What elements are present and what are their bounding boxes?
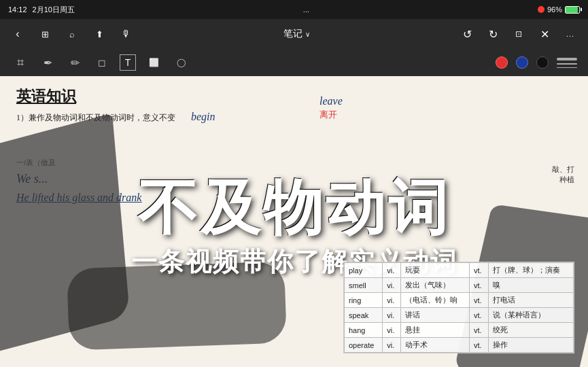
begin-word: begin [191,111,215,122]
nav-right: ↺ ↻ ⊡ ✕ ... [457,24,580,43]
lasso-tool[interactable]: ⌗ [11,53,30,72]
undo-button[interactable]: ↺ [457,24,477,43]
close-button[interactable]: ✕ [535,24,554,43]
vocab-table-content: play vi. 玩耍 vt. 打（牌、球）；演奏 smell vi. 发出（气… [344,262,574,353]
table-row: operate vi. 动手术 vt. 操作 [345,338,574,353]
leave-word: leave [319,95,343,107]
search-button[interactable]: ⌕ [63,24,82,43]
line-thin[interactable] [557,67,577,68]
color-red[interactable] [496,56,508,69]
share-button[interactable]: ⬆ [90,24,109,43]
line-thick[interactable] [557,58,577,60]
color-black[interactable] [536,56,549,69]
line-tools [557,53,577,72]
table-cell: 玩耍 [401,263,470,278]
screen: 14:12 2月10日周五 ... 96% ‹ ⊞ ⌕ ⬆ 🎙 笔记 ∨ ↺ [0,0,588,367]
dropdown-chevron[interactable]: ∨ [305,31,310,38]
battery-fill [566,7,578,13]
back-button[interactable]: ‹ [8,24,27,43]
table-cell: vt. [469,323,488,338]
table-cell: vt. [469,338,488,353]
table-cell: 操作 [488,338,573,353]
table-cell: vi. [383,293,401,308]
date-display: 2月10日周五 [33,5,75,15]
nav-bar: ‹ ⊞ ⌕ ⬆ 🎙 笔记 ∨ ↺ ↻ ⊡ ✕ ... [0,19,588,49]
extra-word1: 敲、打 [552,164,574,175]
table-cell: vi. [383,263,401,278]
big-main-title: 不及物动词 [0,178,588,238]
extra-vocab: 敲、打 种植 [552,164,574,185]
note-title: 笔记 [283,28,302,40]
line-medium[interactable] [557,63,577,65]
table-row: ring vi. （电话、铃）响 vt. 打电话 [345,293,574,308]
note-rule1: 1）兼作及物动词和不及物动词时，意义不变 begin [16,111,572,124]
table-cell: vt. [469,293,488,308]
table-cell: ring [345,293,383,308]
more-button[interactable]: ... [561,24,580,43]
table-cell: 动手术 [401,338,470,353]
extra-word2: 种植 [552,175,574,185]
table-cell: 发出（气味） [401,278,470,293]
shape-tool[interactable]: ◯ [171,53,190,72]
mic-button[interactable]: 🎙 [117,24,136,43]
table-row: play vi. 玩耍 vt. 打（牌、球）；演奏 [345,263,574,278]
leave-section: leave 离开 [319,95,343,121]
table-cell: 绞死 [488,323,573,338]
table-row: smell vi. 发出（气味） vt. 嗅 [345,278,574,293]
status-right: 96% [538,5,580,14]
vocab-table: play vi. 玩耍 vt. 打（牌、球）；演奏 smell vi. 发出（气… [343,262,574,353]
dots-display: ... [303,5,309,14]
table-cell: vi. [383,323,401,338]
time-display: 14:12 [8,5,27,14]
leave-annotation: 离开 [319,109,343,121]
table-cell: vi. [383,278,401,293]
table-cell: 讲话 [401,308,470,323]
note-content-area: 英语知识 1）兼作及物动词和不及物动词时，意义不变 begin leave 离开… [0,76,588,367]
eraser-tool[interactable]: ◻ [92,53,111,72]
table-cell: 打电话 [488,293,573,308]
table-cell: operate [345,338,383,353]
table-cell: speak [345,308,383,323]
table-cell: vt. [469,263,488,278]
export-button[interactable]: ⊡ [509,24,528,43]
table-cell: 嗅 [488,278,573,293]
status-bar: 14:12 2月10日周五 ... 96% [0,0,588,19]
table-cell: play [345,263,383,278]
redo-button[interactable]: ↻ [483,24,502,43]
table-cell: 悬挂 [401,323,470,338]
table-cell: 打（牌、球）；演奏 [488,263,573,278]
battery-icon [565,6,580,14]
table-cell: （电话、铃）响 [401,293,470,308]
section-label: 一/表（做及 [16,158,572,168]
image-tool[interactable]: ⬜ [144,53,163,72]
table-row: hang vi. 悬挂 vt. 绞死 [345,323,574,338]
table-cell: vi. [383,338,401,353]
table-cell: 说（某种语言） [488,308,573,323]
text-tool[interactable]: T [120,54,136,71]
grid-button[interactable]: ⊞ [35,24,54,43]
table-cell: smell [345,278,383,293]
table-cell: vt. [469,308,488,323]
drawing-toolbar: ⌗ ✒ ✏ ◻ T ⬜ ◯ [0,49,588,76]
nav-center: 笔记 ∨ [283,28,310,40]
status-left: 14:12 2月10日周五 [8,5,75,15]
table-cell: hang [345,323,383,338]
color-blue[interactable] [516,56,528,69]
table-cell: vi. [383,308,401,323]
record-indicator [538,6,544,13]
table-cell: vt. [469,278,488,293]
table-row: speak vi. 讲话 vt. 说（某种语言） [345,308,574,323]
nav-left: ‹ ⊞ ⌕ ⬆ 🎙 [8,24,136,43]
note-subject-title: 英语知识 [16,87,572,107]
pen-tool[interactable]: ✒ [38,53,57,72]
battery-percent: 96% [547,5,562,14]
status-center: ... [303,5,309,14]
pencil-tool[interactable]: ✏ [65,53,84,72]
